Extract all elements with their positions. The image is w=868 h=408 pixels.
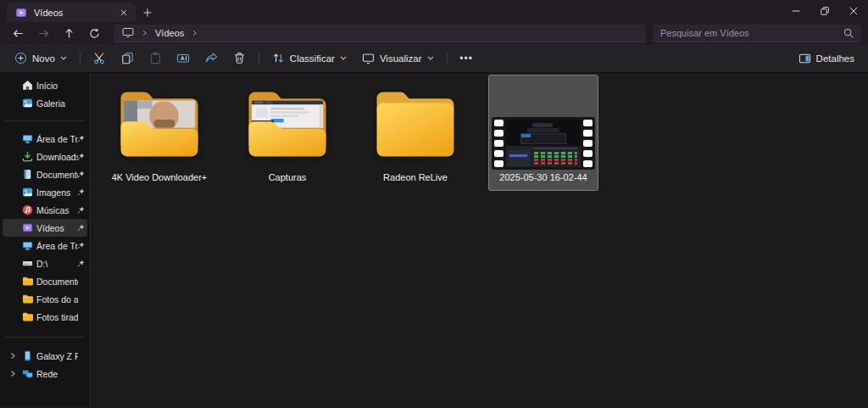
- back-icon[interactable]: [5, 23, 31, 43]
- breadcrumb-chevron-icon: [192, 30, 198, 36]
- sidebar-item-label: Fotos do aparelho: [36, 294, 78, 305]
- breadcrumb-chevron-icon: [142, 30, 147, 36]
- sidebar-item-label: Galaxy Z Fold6: [36, 351, 78, 361]
- sidebar-item-musicas[interactable]: Músicas: [3, 201, 87, 219]
- folder-icon: [22, 311, 33, 322]
- sidebar-item-label: Downloads: [36, 152, 78, 162]
- phone-icon: [22, 350, 33, 361]
- paste-button[interactable]: [142, 47, 170, 70]
- file-name: 2025-05-30 16-02-44: [499, 172, 587, 186]
- new-button-label: Novo: [32, 53, 55, 64]
- toolbar-separator: [80, 52, 81, 65]
- view-icon: [362, 53, 375, 64]
- sidebar-item-area-de-trabalho-2[interactable]: Área de Trabalho: [3, 237, 87, 254]
- explorer-tab[interactable]: Vídeos: [7, 3, 136, 22]
- file-grid: 4K Video Downloader+: [91, 73, 868, 407]
- sidebar-item-label: Documentos: [36, 277, 78, 287]
- new-tab-button[interactable]: [136, 3, 159, 22]
- sidebar-item-area-de-trabalho[interactable]: Área de Trabalho: [3, 130, 87, 148]
- downloads-icon: [22, 151, 33, 162]
- address-bar[interactable]: Vídeos: [114, 25, 646, 42]
- sort-button[interactable]: Classificar: [264, 47, 354, 70]
- title-bar: Vídeos: [0, 0, 868, 22]
- details-pane-icon: [798, 53, 811, 64]
- sidebar-item-rede[interactable]: Rede: [3, 365, 87, 383]
- sidebar-item-videos[interactable]: Vídeos: [3, 219, 87, 237]
- pictures-icon: [22, 187, 33, 198]
- new-button[interactable]: Novo: [7, 47, 75, 70]
- sidebar-item-label: Área de Trabalho: [36, 134, 78, 144]
- tab-close-icon[interactable]: [117, 6, 131, 20]
- sidebar-item-label: Músicas: [36, 205, 78, 215]
- music-icon: [22, 204, 33, 215]
- copy-button[interactable]: [114, 47, 142, 70]
- videos-icon: [22, 222, 33, 233]
- document-icon: [22, 169, 33, 180]
- desktop-icon: [22, 240, 33, 251]
- folder-tile-radeon-relive[interactable]: Radeon ReLive: [360, 75, 470, 191]
- sidebar-item-downloads[interactable]: Downloads: [3, 148, 87, 165]
- minimize-button[interactable]: [782, 0, 810, 22]
- sidebar-item-label: Documentos: [36, 170, 78, 180]
- details-button[interactable]: Detalhes: [792, 47, 861, 70]
- folder-icon: [22, 293, 33, 305]
- view-button[interactable]: Visualizar: [354, 47, 442, 70]
- sidebar-item-fotos-tiradas[interactable]: Fotos tiradas pelo a: [3, 308, 87, 326]
- folder-icon-with-screenshot-thumbnail: [233, 75, 342, 172]
- drive-icon: [22, 258, 33, 269]
- this-pc-icon[interactable]: [122, 27, 134, 38]
- sidebar-separator: [5, 120, 85, 121]
- search-box[interactable]: [653, 25, 861, 42]
- up-icon[interactable]: [56, 23, 81, 43]
- view-button-label: Visualizar: [380, 53, 422, 64]
- expand-chevron-icon[interactable]: [9, 352, 16, 360]
- cut-button[interactable]: [86, 47, 114, 70]
- breadcrumb[interactable]: Vídeos: [155, 28, 184, 38]
- search-input[interactable]: [660, 28, 843, 38]
- video-preview-frame: [506, 120, 581, 167]
- sidebar-item-inicio[interactable]: Início: [3, 76, 87, 94]
- file-name: Capturas: [269, 172, 307, 186]
- search-icon[interactable]: [843, 28, 854, 38]
- folder-tile-capturas[interactable]: Capturas: [232, 75, 342, 191]
- expand-chevron-icon[interactable]: [9, 370, 16, 377]
- sidebar-separator: [5, 337, 85, 338]
- pin-icon: [77, 170, 85, 178]
- sidebar-item-label: Rede: [36, 369, 78, 379]
- pin-icon: [77, 188, 85, 196]
- sidebar-item-galeria[interactable]: Galeria: [3, 94, 87, 112]
- sidebar-item-label: D:\: [36, 259, 78, 269]
- more-options-button[interactable]: •••: [453, 47, 481, 70]
- sidebar-item-documentos-folder[interactable]: Documentos: [3, 272, 87, 290]
- sidebar-item-drive-d[interactable]: D:\: [3, 254, 87, 272]
- folder-tile-4k-video-downloader[interactable]: 4K Video Downloader+: [104, 75, 214, 191]
- sort-button-label: Classificar: [290, 53, 335, 64]
- file-name: Radeon ReLive: [383, 172, 448, 186]
- sidebar-item-galaxy-z-fold6[interactable]: Galaxy Z Fold6: [3, 347, 87, 365]
- share-button[interactable]: [198, 47, 225, 70]
- sidebar-item-fotos-do-aparelho[interactable]: Fotos do aparelho: [3, 290, 87, 308]
- close-button[interactable]: [839, 0, 868, 22]
- refresh-icon[interactable]: [81, 23, 107, 43]
- details-button-label: Detalhes: [816, 53, 854, 64]
- pin-icon: [77, 206, 85, 214]
- file-name: 4K Video Downloader+: [112, 172, 208, 186]
- navigation-pane: Início Galeria Área de Trabalho: [0, 73, 91, 407]
- toolbar-separator: [447, 52, 448, 65]
- forward-icon[interactable]: [31, 23, 56, 43]
- command-bar: Novo: [0, 44, 868, 73]
- restore-button[interactable]: [810, 0, 839, 22]
- sidebar-item-label: Início: [36, 81, 78, 91]
- empty-folder-icon: [361, 75, 470, 172]
- folder-icon: [22, 276, 33, 287]
- sidebar-item-documentos[interactable]: Documentos: [3, 165, 87, 183]
- sidebar-item-label: Fotos tiradas pelo a: [36, 312, 78, 322]
- gallery-icon: [22, 98, 33, 109]
- video-file-tile[interactable]: 2025-05-30 16-02-44: [488, 75, 598, 191]
- delete-button[interactable]: [225, 47, 253, 70]
- rename-button[interactable]: [170, 47, 198, 70]
- filmstrip-sprockets-left: [494, 120, 504, 167]
- sidebar-item-imagens[interactable]: Imagens: [3, 183, 87, 201]
- more-options-icon: •••: [459, 53, 473, 64]
- sidebar-item-label: Área de Trabalho: [36, 241, 78, 251]
